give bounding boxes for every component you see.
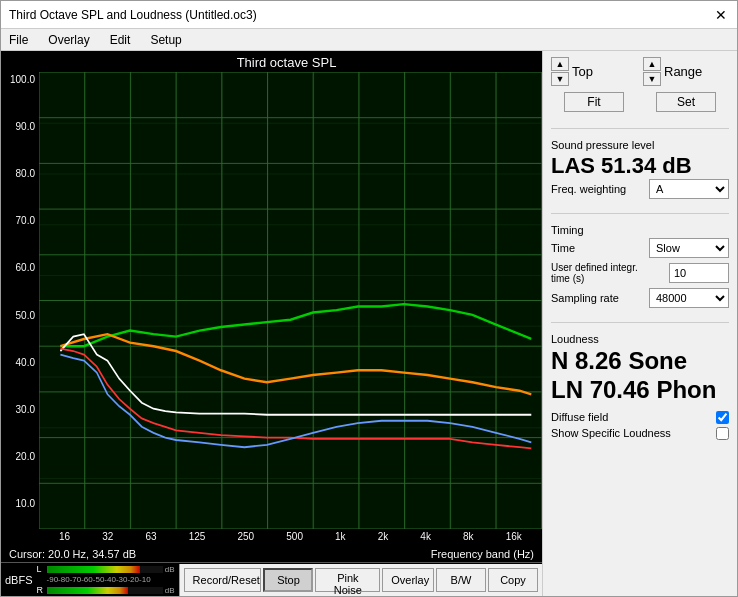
freq-weighting-select[interactable]: A C Z (649, 179, 729, 199)
chart-plot: ARTA (39, 72, 542, 529)
spl-value: LAS 51.34 dB (551, 153, 729, 179)
x-axis: 16 32 63 125 250 500 1k 2k 4k 8k 16k (1, 529, 542, 546)
range-down-button[interactable]: ▼ (643, 72, 661, 86)
chart-title: Third octave SPL (1, 51, 542, 72)
main-window: Third Octave SPL and Loudness (Untitled.… (0, 0, 738, 597)
x-label-7: 2k (378, 531, 389, 542)
cursor-info: Cursor: 20.0 Hz, 34.57 dB (9, 548, 136, 560)
sampling-rate-label: Sampling rate (551, 292, 619, 304)
x-label-5: 500 (286, 531, 303, 542)
y-label-2: 80.0 (3, 168, 35, 179)
menu-edit[interactable]: Edit (106, 32, 135, 48)
time-label: Time (551, 242, 575, 254)
menu-bar: File Overlay Edit Setup (1, 29, 737, 51)
time-select[interactable]: Slow Fast Impulse (649, 238, 729, 258)
user-defined-row: User defined integr. time (s) (551, 262, 729, 284)
r-dB-label: dB (165, 586, 175, 595)
r-meter-fill (47, 587, 128, 594)
tick-20: -20 (127, 575, 139, 584)
y-label-5: 50.0 (3, 310, 35, 321)
x-label-1: 32 (102, 531, 113, 542)
fit-nav-group: Fit (551, 92, 637, 112)
r-channel-label: R (37, 585, 45, 595)
copy-button[interactable]: Copy (488, 568, 538, 592)
x-label-4: 250 (237, 531, 254, 542)
set-nav-group: Set (643, 92, 729, 112)
tick-60: -60 (81, 575, 93, 584)
menu-setup[interactable]: Setup (146, 32, 185, 48)
diffuse-field-label: Diffuse field (551, 411, 608, 423)
range-nav-group: ▲ ▼ Range (643, 57, 729, 86)
menu-file[interactable]: File (5, 32, 32, 48)
show-specific-checkbox[interactable] (716, 427, 729, 440)
show-specific-row: Show Specific Loudness (551, 427, 729, 440)
user-defined-label: User defined integr. time (s) (551, 262, 641, 284)
set-button[interactable]: Set (656, 92, 716, 112)
loudness-n-value: N 8.26 Sone (551, 347, 729, 376)
pink-noise-button[interactable]: Pink Noise (315, 568, 380, 592)
chart-area: Third octave SPL 100.0 90.0 80.0 70.0 60… (1, 51, 542, 596)
y-label-3: 70.0 (3, 215, 35, 226)
tick-90: -90 (47, 575, 59, 584)
range-label: Range (664, 64, 702, 79)
top-up-button[interactable]: ▲ (551, 57, 569, 71)
chart-container: 100.0 90.0 80.0 70.0 60.0 50.0 40.0 30.0… (1, 72, 542, 529)
stop-button[interactable]: Stop (263, 568, 313, 592)
top-down-button[interactable]: ▼ (551, 72, 569, 86)
spl-section-label: Sound pressure level (551, 139, 729, 151)
x-label-2: 63 (145, 531, 156, 542)
top-nav-group: ▲ ▼ Top (551, 57, 637, 86)
main-content: Third octave SPL 100.0 90.0 80.0 70.0 60… (1, 51, 737, 596)
time-row: Time Slow Fast Impulse (551, 238, 729, 258)
divider-1 (551, 128, 729, 129)
freq-weighting-row: Freq. weighting A C Z (551, 179, 729, 199)
x-label-9: 8k (463, 531, 474, 542)
y-axis: 100.0 90.0 80.0 70.0 60.0 50.0 40.0 30.0… (1, 72, 39, 529)
l-channel-label: L (37, 564, 45, 574)
sampling-rate-row: Sampling rate 44100 48000 96000 (551, 288, 729, 308)
timing-section: Timing Time Slow Fast Impulse User defin… (551, 224, 729, 312)
y-label-7: 30.0 (3, 404, 35, 415)
range-up-button[interactable]: ▲ (643, 57, 661, 71)
right-panel: ▲ ▼ Top ▲ ▼ Range Fit Set (542, 51, 737, 596)
chart-svg (39, 72, 542, 529)
spl-section: Sound pressure level LAS 51.34 dB Freq. … (551, 139, 729, 203)
cursor-info-bar: Cursor: 20.0 Hz, 34.57 dB Frequency band… (1, 546, 542, 562)
x-label-8: 4k (420, 531, 431, 542)
y-label-8: 20.0 (3, 451, 35, 462)
loudness-section: Loudness N 8.26 Sone LN 70.46 Phon Diffu… (551, 333, 729, 443)
show-specific-label: Show Specific Loudness (551, 427, 671, 439)
overlay-button[interactable]: Overlay (382, 568, 434, 592)
y-label-6: 40.0 (3, 357, 35, 368)
fit-button[interactable]: Fit (564, 92, 624, 112)
dBFS-section: dBFS L dB -90 -80 (1, 564, 179, 595)
bw-button[interactable]: B/W (436, 568, 486, 592)
x-label-0: 16 (59, 531, 70, 542)
x-labels: 16 32 63 125 250 500 1k 2k 4k 8k 16k (39, 531, 542, 542)
bottom-bar: dBFS L dB -90 -80 (1, 562, 542, 596)
tick-40: -40 (104, 575, 116, 584)
dBFS-label: dBFS (5, 574, 33, 586)
tick-10: -10 (139, 575, 151, 584)
record-reset-button[interactable]: Record/Reset (184, 568, 262, 592)
control-buttons: Record/Reset Stop Pink Noise Overlay B/W… (179, 564, 542, 596)
divider-2 (551, 213, 729, 214)
window-title: Third Octave SPL and Loudness (Untitled.… (9, 8, 257, 22)
tick-30: -30 (116, 575, 128, 584)
user-defined-input[interactable] (669, 263, 729, 283)
x-label-6: 1k (335, 531, 346, 542)
tick-50: -50 (93, 575, 105, 584)
sampling-rate-select[interactable]: 44100 48000 96000 (649, 288, 729, 308)
divider-3 (551, 322, 729, 323)
timing-label: Timing (551, 224, 729, 236)
l-meter-fill (47, 566, 140, 573)
diffuse-field-checkbox[interactable] (716, 411, 729, 424)
freq-weighting-label: Freq. weighting (551, 183, 626, 195)
top-label: Top (572, 64, 593, 79)
menu-overlay[interactable]: Overlay (44, 32, 93, 48)
title-bar: Third Octave SPL and Loudness (Untitled.… (1, 1, 737, 29)
close-button[interactable]: ✕ (713, 7, 729, 23)
l-dB-label: dB (165, 565, 175, 574)
tick-80: -80 (58, 575, 70, 584)
freq-band-label: Frequency band (Hz) (431, 548, 534, 560)
